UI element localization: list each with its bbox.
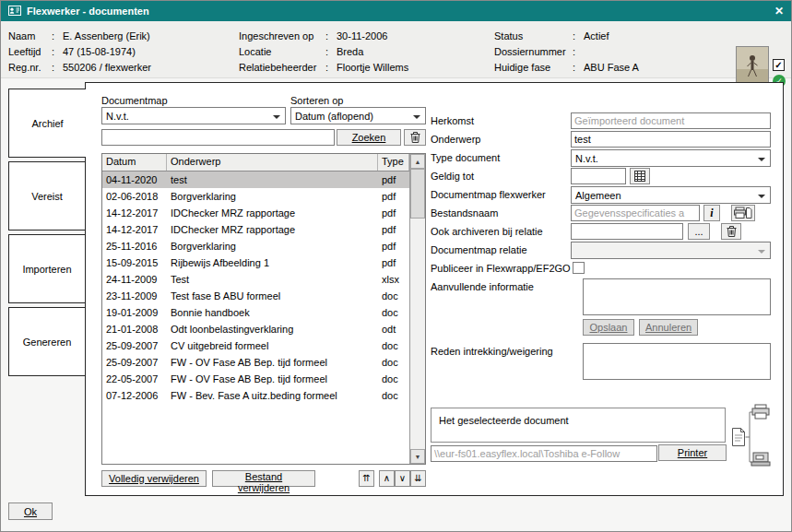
chevron-down-icon [758, 250, 765, 257]
annuleren-button[interactable]: Annuleren [639, 319, 698, 336]
ook-archiveren-label: Ook archiveren bij relatie [431, 226, 543, 237]
column-header-datum: Datum [102, 154, 167, 171]
documentmap-filter-label: Documentmap [101, 95, 168, 106]
info-icon: i [710, 207, 713, 220]
table-row[interactable]: 25-11-2016Borgverklaringpdf [102, 238, 409, 254]
opslaan-button[interactable]: Opslaan [583, 319, 634, 336]
flexwerker-documenten-window: Flexwerker - documenten ✕ Naam:E. Assenb… [0, 0, 792, 532]
titlebar: Flexwerker - documenten ✕ [1, 1, 791, 21]
trash-icon [410, 132, 420, 143]
table-row[interactable]: 23-11-2009Test fase B ABU formeeldoc [102, 288, 409, 304]
delete-relatie-button[interactable] [721, 223, 741, 240]
type-document-label: Type document [431, 152, 500, 163]
window-icon [8, 6, 21, 18]
sorteren-value: Datum (aflopend) [295, 111, 373, 122]
bestandsnaam-field [571, 205, 700, 221]
chevron-down-icon [273, 115, 280, 123]
geldig-tot-field[interactable] [571, 168, 626, 184]
trash-icon [727, 226, 737, 237]
table-row[interactable]: 14-12-2017IDChecker MRZ rapportagepdf [102, 205, 409, 221]
window-title: Flexwerker - documenten [27, 6, 769, 17]
calendar-button[interactable] [630, 168, 650, 184]
search-input[interactable] [101, 129, 335, 146]
table-row[interactable]: 24-11-2009Testxlsx [102, 271, 409, 288]
table-row[interactable]: 22-05-2007FW - OV Fase AB Bep. tijd form… [102, 371, 409, 387]
chevron-down-icon [413, 115, 420, 123]
table-row[interactable]: 19-01-2009Bonnie handboekdoc [102, 304, 409, 321]
scroll-thumb[interactable] [410, 169, 425, 219]
printer-button[interactable]: Printer [658, 444, 727, 461]
aanvullende-informatie-field[interactable] [583, 278, 771, 315]
table-row[interactable]: 02-06-2018Borgverklaringpdf [102, 188, 409, 205]
onderwerp-field[interactable] [571, 131, 771, 148]
document-icon [733, 429, 745, 446]
photo-checkbox[interactable]: ✓ [773, 59, 785, 71]
sorteren-select[interactable]: Datum (aflopend) [290, 107, 426, 124]
publiceer-checkbox[interactable] [573, 262, 585, 274]
column-header-onderwerp: Onderwerp [167, 154, 378, 171]
move-up-button[interactable]: ∧ [379, 470, 395, 487]
reden-intrekking-field[interactable] [583, 343, 771, 380]
header-field: Reg.nr.:550206 / flexwerker [8, 60, 151, 75]
move-bottom-button[interactable]: ⇊ [410, 470, 426, 487]
documentmap-flexwerker-label: Documentmap flexwerker [431, 189, 546, 200]
aanvullende-informatie-label: Aanvullende informatie [431, 281, 534, 292]
bestand-verwijderen-button[interactable]: Bestand verwijderen [212, 470, 315, 487]
scroll-down-button[interactable]: ▼ [410, 449, 425, 464]
volledig-verwijderen-button[interactable]: Volledig verwijderen [101, 470, 207, 487]
type-document-select[interactable]: N.v.t. [571, 149, 771, 167]
browse-relatie-button[interactable]: ... [688, 223, 710, 240]
ok-button[interactable]: Ok [8, 502, 53, 520]
tab-archief[interactable]: Archief [8, 89, 86, 158]
documentmap-flexwerker-select[interactable]: Algemeen [571, 186, 771, 204]
table-row[interactable]: 25-09-2007FW - OV Fase AB Bep. tijd form… [102, 354, 409, 371]
header-field: Huidige fase:ABU Fase A [494, 60, 639, 75]
table-row[interactable]: 21-01-2008Odt loonbelastingverklaringodt [102, 321, 409, 337]
documentmap-flexwerker-value: Algemeen [575, 190, 621, 201]
table-row[interactable]: 15-09-2015Rijbewijs Afbeelding 1pdf [102, 254, 409, 271]
print-route-diagram [731, 404, 774, 470]
clear-search-button[interactable] [404, 129, 426, 146]
selected-document-text: Het geselecteerde document [439, 415, 569, 426]
header-field: Locatie:Breda [239, 44, 408, 59]
print-document-button[interactable] [731, 205, 755, 221]
documentmap-filter-select[interactable]: N.v.t. [101, 107, 286, 124]
sorteren-label: Sorteren op [290, 95, 343, 106]
header-field: Status:Actief [494, 29, 639, 43]
zoeken-button[interactable]: Zoeken [337, 129, 401, 146]
table-row[interactable]: 25-09-2007CV uitgebreid formeeldoc [102, 337, 409, 354]
printer-icon [752, 405, 769, 419]
move-down-button[interactable]: ∨ [395, 470, 410, 487]
printer-path-field [431, 445, 657, 462]
tab-importeren[interactable]: Importeren [8, 234, 86, 303]
calendar-icon [634, 171, 645, 182]
header-group-registration: Ingeschreven op:30-11-2006Locatie:BredaR… [239, 29, 408, 75]
flexwerker-photo [736, 46, 769, 85]
output-device-icon [751, 453, 770, 466]
column-header-type: Type [378, 154, 409, 171]
header-info-bar: Naam:E. Assenberg (Erik)Leeftijd:47 (15-… [1, 21, 791, 78]
table-row[interactable]: 04-11-2020testpdf [102, 171, 409, 188]
reden-intrekking-label: Reden intrekking/weigering [431, 346, 553, 357]
tab-genereren[interactable]: Genereren [8, 307, 86, 376]
table-header-row: Datum Onderwerp Type [102, 154, 409, 171]
header-field: Relatiebeheerder:Floortje Willems [239, 60, 408, 75]
move-top-button[interactable]: ⇈ [359, 470, 374, 487]
documentmap-filter-value: N.v.t. [106, 111, 129, 122]
scroll-up-button[interactable]: ▲ [410, 154, 425, 169]
table-row[interactable]: 07-12-2006FW - Bev. Fase A uitz.beding f… [102, 387, 409, 404]
documentmap-relatie-select [571, 242, 771, 259]
tab-list: ArchiefVereistImporterenGenereren [8, 89, 86, 376]
info-button[interactable]: i [703, 205, 720, 221]
ook-archiveren-field[interactable] [571, 223, 683, 240]
bestandsnaam-label: Bestandsnaam [431, 207, 498, 219]
document-table-body: 04-11-2020testpdf02-06-2018Borgverklarin… [102, 171, 409, 464]
archief-panel: Documentmap Sorteren op N.v.t. Datum (af… [85, 82, 784, 496]
print-document-icon [734, 207, 752, 219]
tab-vereist[interactable]: Vereist [8, 161, 86, 231]
close-icon[interactable]: ✕ [774, 5, 784, 18]
herkomst-field [571, 112, 771, 129]
table-row[interactable]: 14-12-2017IDChecker MRZ rapportagepdf [102, 221, 409, 238]
publiceer-label: Publiceer in Flexwrapp/EF2GO [431, 263, 571, 274]
onderwerp-label: Onderwerp [431, 134, 480, 145]
